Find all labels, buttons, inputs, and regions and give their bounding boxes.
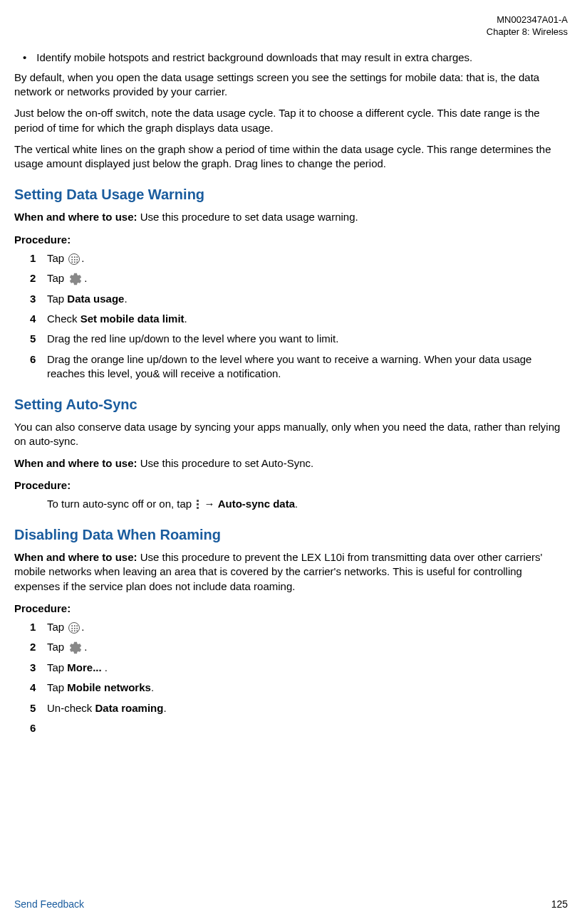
heading-data-usage-warning: Setting Data Usage Warning <box>14 187 568 203</box>
settings-icon <box>68 641 83 655</box>
step-number: 4 <box>30 312 47 326</box>
step-number: 6 <box>30 721 47 735</box>
step-1-1: 1 Tap . <box>14 251 568 266</box>
step-number: 1 <box>30 620 47 634</box>
chapter-label: Chapter 8: Wireless <box>14 26 568 38</box>
auto-sync-intro: You can also conserve data usage by sync… <box>14 420 568 449</box>
step-content: Tap Data usage. <box>47 292 568 306</box>
auto-sync-step: To turn auto-sync off or on, tap → Auto-… <box>14 497 568 511</box>
send-feedback-link[interactable]: Send Feedback <box>14 898 84 910</box>
step-3-3: 3 Tap More... . <box>14 661 568 675</box>
bullet-text: Identify mobile hotspots and restrict ba… <box>36 51 472 63</box>
step-content: Drag the red line up/down to the level w… <box>47 332 568 346</box>
when-where-2: When and where to use: Use this procedur… <box>14 456 568 471</box>
when-label: When and where to use: <box>14 211 137 223</box>
overflow-menu-icon <box>197 500 199 509</box>
bullet-item: • Identify mobile hotspots and restrict … <box>14 51 568 63</box>
bullet-marker: • <box>23 51 26 63</box>
step-1-5: 5 Drag the red line up/down to the level… <box>14 332 568 346</box>
step-3-2: 2 Tap . <box>14 640 568 655</box>
step-content: Un-check Data roaming. <box>47 701 568 715</box>
procedure-label-1: Procedure: <box>14 233 568 246</box>
page-header: MN002347A01-A Chapter 8: Wireless <box>14 14 568 38</box>
step-1-2: 2 Tap . <box>14 271 568 286</box>
step-number: 3 <box>30 292 47 306</box>
step-number: 6 <box>30 352 47 382</box>
intro-paragraph-1: By default, when you open the data usage… <box>14 70 568 100</box>
when-text: Use this procedure to set data usage war… <box>137 211 358 223</box>
heading-auto-sync: Setting Auto-Sync <box>14 397 568 413</box>
settings-icon <box>68 272 83 286</box>
when-label: When and where to use: <box>14 457 137 469</box>
when-where-1: When and where to use: Use this procedur… <box>14 210 568 224</box>
page-footer: Send Feedback 125 <box>14 898 568 910</box>
step-number: 4 <box>30 681 47 695</box>
step-content: Tap More... . <box>47 661 568 675</box>
intro-paragraph-3: The vertical white lines on the graph sh… <box>14 142 568 172</box>
step-number: 2 <box>30 271 47 286</box>
heading-disable-roaming: Disabling Data When Roaming <box>14 527 568 543</box>
step-content: Tap . <box>47 640 568 655</box>
step-number: 5 <box>30 332 47 346</box>
step-content: Drag the orange line up/down to the leve… <box>47 352 568 382</box>
step-content: Tap . <box>47 271 568 286</box>
step-number: 5 <box>30 701 47 715</box>
step-number: 1 <box>30 251 47 266</box>
procedure-label-3: Procedure: <box>14 602 568 614</box>
step-3-6: 6 <box>14 721 568 735</box>
doc-id: MN002347A01-A <box>14 14 568 26</box>
when-label: When and where to use: <box>14 551 137 563</box>
step-1-6: 6 Drag the orange line up/down to the le… <box>14 352 568 382</box>
apps-icon <box>68 622 80 634</box>
intro-paragraph-2: Just below the on-off switch, note the d… <box>14 106 568 135</box>
procedure-label-2: Procedure: <box>14 479 568 491</box>
step-content: Tap Mobile networks. <box>47 681 568 695</box>
step-number: 2 <box>30 640 47 655</box>
step-content: Tap . <box>47 251 568 266</box>
step-content: Tap . <box>47 620 568 634</box>
step-content: Check Set mobile data limit. <box>47 312 568 326</box>
step-1-3: 3 Tap Data usage. <box>14 292 568 306</box>
step-number: 3 <box>30 661 47 675</box>
step-3-4: 4 Tap Mobile networks. <box>14 681 568 695</box>
step-1-4: 4 Check Set mobile data limit. <box>14 312 568 326</box>
when-text: Use this procedure to set Auto-Sync. <box>137 457 314 469</box>
apps-icon <box>68 253 80 265</box>
step-3-1: 1 Tap . <box>14 620 568 634</box>
step-3-5: 5 Un-check Data roaming. <box>14 701 568 715</box>
when-where-3: When and where to use: Use this procedur… <box>14 550 568 594</box>
page-number: 125 <box>551 898 568 910</box>
